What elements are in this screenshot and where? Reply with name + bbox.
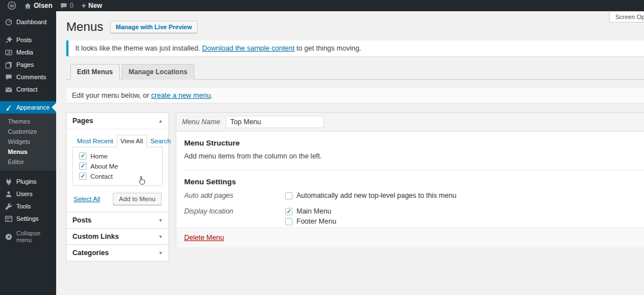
checkbox-auto-add-pages[interactable]: [285, 192, 293, 199]
nav-tab-wrapper: Edit Menus Manage Locations: [66, 64, 644, 80]
screen-options-tab[interactable]: Screen Options: [609, 12, 644, 22]
select-all-link[interactable]: Select All: [74, 196, 100, 202]
admin-notice: It looks like the theme was just install…: [66, 40, 644, 56]
collapse-up-caret-icon[interactable]: ▲: [158, 119, 163, 124]
screen-options-label: Screen Options: [615, 13, 644, 20]
sidebar-item-appearance[interactable]: Appearance: [0, 101, 56, 114]
user-icon: [4, 190, 12, 198]
page-checkbox-row-home[interactable]: Home: [77, 151, 158, 161]
sidebar-item-label: Plugins: [16, 178, 36, 185]
home-icon: [24, 2, 31, 10]
sidebar-item-posts[interactable]: Posts: [0, 34, 56, 46]
envelope-icon: [4, 86, 12, 93]
location-label: Footer Menu: [296, 217, 336, 225]
posts-accordion-title: Posts: [72, 216, 92, 224]
categories-accordion[interactable]: Categories ▼: [66, 244, 169, 261]
admin-bar-comments[interactable]: 0: [56, 0, 77, 11]
sidebar-item-label: Appearance: [16, 104, 49, 111]
tab-manage-locations[interactable]: Manage Locations: [122, 64, 194, 80]
sidebar-item-label: Users: [16, 190, 33, 197]
menu-settings-section: Menu Settings Auto add pages Automatical…: [184, 171, 644, 228]
checkbox-main-menu[interactable]: [285, 208, 293, 215]
admin-bar: W Olsen 0 + New: [0, 0, 644, 11]
wordpress-logo-icon: W: [7, 1, 16, 10]
menu-editor-footer: Delete Menu: [176, 228, 644, 247]
sidebar-item-users[interactable]: Users: [0, 188, 56, 200]
notice-text-before: It looks like the theme was just install…: [75, 44, 202, 52]
menu-items-column: Pages ▲ Most Recent View All Search H: [66, 112, 169, 261]
new-label: New: [88, 2, 102, 10]
expand-down-caret-icon: ▼: [158, 234, 163, 239]
submenu-item-customize[interactable]: Customize: [0, 126, 56, 137]
wordpress-logo-menu[interactable]: W: [3, 0, 20, 11]
sidebar-item-dashboard[interactable]: Dashboard: [0, 16, 56, 28]
wrench-icon: [4, 203, 12, 210]
manage-live-preview-button[interactable]: Manage with Live Preview: [110, 21, 198, 33]
create-new-menu-link[interactable]: create a new menu: [151, 92, 211, 99]
menu-settings-title: Menu Settings: [184, 178, 644, 186]
expand-down-caret-icon: ▼: [158, 251, 163, 256]
sidebar-item-label: Posts: [16, 37, 32, 43]
sidebar-item-label: Collapse menu: [16, 230, 52, 243]
sidebar-item-collapse-menu[interactable]: Collapse menu: [0, 230, 56, 243]
add-to-menu-button[interactable]: Add to Menu: [113, 193, 162, 205]
notice-text-after: to get things moving.: [295, 44, 362, 52]
tab-edit-menus[interactable]: Edit Menus: [70, 64, 120, 80]
sidebar-item-contact[interactable]: Contact: [0, 83, 56, 96]
pages-postbox-title: Pages: [72, 117, 93, 125]
submenu-item-themes[interactable]: Themes: [0, 116, 56, 126]
submenu-item-menus[interactable]: Menus: [0, 147, 56, 157]
sidebar-item-label: Comments: [16, 74, 46, 80]
page-title: Menus: [66, 20, 103, 34]
pages-filter-tabs: Most Recent View All Search: [72, 135, 163, 147]
download-sample-content-link[interactable]: Download the sample content: [202, 44, 295, 52]
pages-postbox-header[interactable]: Pages ▲: [67, 113, 168, 129]
sidebar-item-label: Media: [16, 49, 33, 56]
checkbox-home[interactable]: [79, 152, 86, 160]
comments-bubble-icon: [60, 2, 67, 10]
tab-view-all[interactable]: View All: [117, 135, 147, 147]
plugin-icon: [4, 178, 12, 185]
admin-bar-site-link[interactable]: Olsen: [20, 0, 56, 11]
checkbox-about-me[interactable]: [79, 162, 86, 170]
delete-menu-link[interactable]: Delete Menu: [184, 234, 224, 242]
admin-bar-new[interactable]: + New: [77, 0, 106, 11]
auto-add-option-label: Automatically add new top-level pages to…: [296, 192, 456, 199]
tab-most-recent[interactable]: Most Recent: [74, 135, 117, 147]
page-checkbox-row-about-me[interactable]: About Me: [77, 161, 158, 171]
sidebar-item-pages[interactable]: Pages: [0, 58, 56, 71]
expand-down-caret-icon: ▼: [158, 218, 163, 223]
auto-add-pages-option[interactable]: Automatically add new top-level pages to…: [285, 192, 644, 199]
posts-accordion[interactable]: Posts ▼: [66, 212, 169, 229]
menu-name-label: Menu Name: [182, 118, 220, 126]
sidebar-item-plugins[interactable]: Plugins: [0, 175, 56, 188]
location-row-footer-menu[interactable]: Footer Menu: [285, 217, 644, 225]
menu-name-bar: Menu Name: [176, 113, 644, 131]
settings-icon: [4, 215, 12, 223]
location-row-main-menu[interactable]: Main Menu: [285, 207, 644, 215]
appearance-submenu: Themes Customize Widgets Menus Editor: [0, 114, 56, 171]
menu-name-input[interactable]: [226, 116, 324, 128]
manage-text-before: Edit your menu below, or: [72, 92, 151, 99]
dashboard-icon: [4, 19, 12, 26]
menu-editor-panel: Menu Name Menu Structure Add menu items …: [176, 112, 644, 244]
pages-icon: [4, 61, 12, 69]
sidebar-item-media[interactable]: Media: [0, 46, 56, 58]
svg-text:W: W: [10, 3, 14, 8]
checkbox-footer-menu[interactable]: [285, 218, 293, 225]
tab-search[interactable]: Search: [147, 135, 174, 147]
submenu-item-widgets[interactable]: Widgets: [0, 137, 56, 147]
manage-text-after: .: [211, 92, 212, 99]
page-item-label: Home: [90, 153, 108, 160]
page-item-label: Contact: [90, 173, 113, 180]
page-checkbox-row-contact[interactable]: Contact: [77, 171, 158, 181]
sidebar-item-label: Settings: [16, 215, 39, 222]
sidebar-item-tools[interactable]: Tools: [0, 200, 56, 212]
checkbox-contact[interactable]: [79, 173, 86, 180]
location-label: Main Menu: [296, 207, 331, 215]
custom-links-accordion[interactable]: Custom Links ▼: [66, 228, 169, 245]
sidebar-item-settings[interactable]: Settings: [0, 212, 56, 225]
submenu-item-editor[interactable]: Editor: [0, 157, 56, 167]
sidebar-item-comments[interactable]: Comments: [0, 71, 56, 83]
page-item-label: About Me: [90, 163, 118, 170]
